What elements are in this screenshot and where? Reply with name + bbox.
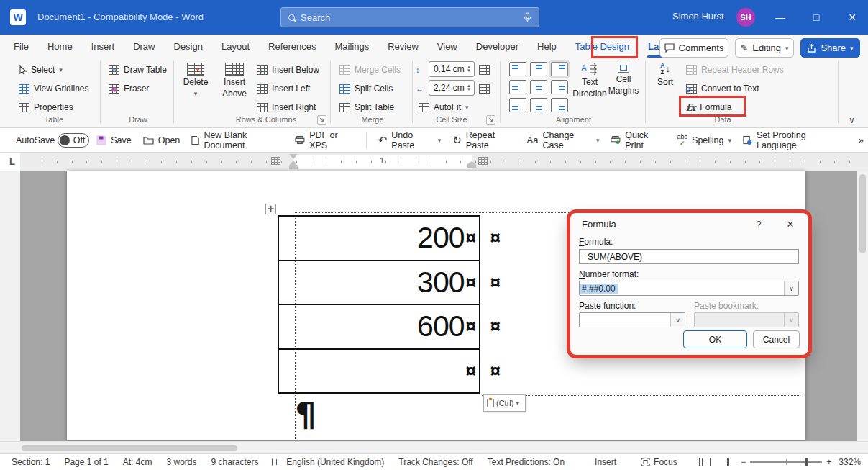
row-height-input[interactable]: 0.14 cm ▲▼	[429, 61, 475, 77]
align-top-left-button[interactable]	[509, 62, 526, 76]
vertical-scrollbar[interactable]	[857, 171, 868, 441]
table-row[interactable]: 200 ¤ ¤	[279, 217, 479, 261]
status-insert-mode[interactable]: Insert	[588, 457, 623, 467]
rows-columns-dialog-launcher[interactable]: ↘	[317, 115, 326, 125]
align-bottom-center-button[interactable]	[530, 98, 547, 112]
change-case-button[interactable]: Aa Change Case ▾	[523, 127, 604, 153]
tab-file[interactable]: File	[4, 35, 38, 58]
zoom-in-button[interactable]: +	[826, 457, 831, 467]
document-table[interactable]: 200 ¤ ¤ 300 ¤ ¤ 600 ¤ ¤ ¤ ¤	[278, 215, 480, 394]
paste-function-combo[interactable]: ∨	[579, 312, 685, 327]
chevron-down-icon[interactable]: ∨	[784, 281, 798, 295]
tab-insert[interactable]: Insert	[82, 35, 124, 58]
cell-margins-button[interactable]: Cell Margins	[606, 63, 641, 96]
insert-left-button[interactable]: ← Insert Left	[254, 80, 313, 97]
delete-button[interactable]: ✕ Delete ▾	[178, 63, 213, 99]
table-column-marker[interactable]	[271, 157, 280, 165]
zoom-slider[interactable]	[750, 461, 822, 463]
spelling-button[interactable]: abc✓ Spelling ▾	[673, 131, 736, 150]
web-layout-button[interactable]	[727, 458, 729, 466]
table-move-handle[interactable]: ✛	[265, 204, 276, 214]
tab-home[interactable]: Home	[38, 35, 82, 58]
split-cells-button[interactable]: Split Cells	[337, 80, 396, 97]
spinner-arrows[interactable]: ▲▼	[467, 65, 471, 73]
focus-mode-button[interactable]: Focus	[634, 457, 685, 467]
distribute-columns-button[interactable]	[479, 80, 490, 97]
word-logo-icon[interactable]: W	[10, 9, 26, 25]
spinner-arrows[interactable]: ▲▼	[467, 84, 471, 91]
left-indent-marker[interactable]	[289, 166, 298, 169]
tab-references[interactable]: References	[259, 35, 325, 58]
dialog-help-button[interactable]: ?	[751, 217, 766, 230]
insert-above-button[interactable]: ↑ Insert Above	[218, 63, 251, 99]
account-name[interactable]: Simon Hurst	[672, 11, 724, 22]
new-blank-document-button[interactable]: New Blank Document	[187, 127, 288, 153]
comments-button[interactable]: Comments	[659, 38, 728, 58]
properties-button[interactable]: Properties	[16, 99, 76, 116]
view-gridlines-button[interactable]: View Gridlines	[16, 80, 91, 97]
status-language[interactable]: English (United Kingdom)	[279, 457, 391, 467]
align-top-right-button[interactable]	[551, 62, 568, 76]
cancel-button[interactable]: Cancel	[753, 330, 800, 348]
number-format-combo[interactable]: #,##0.00 ∨	[579, 281, 799, 296]
paste-options-button[interactable]: (Ctrl) ▾	[483, 394, 526, 412]
tab-stop-selector[interactable]: L	[6, 154, 19, 168]
align-bottom-left-button[interactable]	[509, 98, 526, 112]
scrollbar-thumb[interactable]	[859, 174, 866, 253]
align-center-left-button[interactable]	[509, 80, 526, 94]
horizontal-scrollbar[interactable]	[0, 441, 868, 453]
table-column-marker[interactable]	[478, 157, 488, 165]
insert-right-button[interactable]: → Insert Right	[254, 99, 319, 116]
status-track-changes[interactable]: Track Changes: Off	[391, 457, 480, 467]
first-line-indent-marker[interactable]	[289, 154, 298, 159]
zoom-slider-thumb[interactable]	[805, 458, 808, 466]
insert-below-button[interactable]: ↓ Insert Below	[254, 61, 322, 78]
sort-button[interactable]: AZ↓ Sort	[652, 63, 679, 87]
minimize-button[interactable]: —	[764, 0, 796, 35]
search-input[interactable]: Search	[280, 7, 539, 27]
tab-draw[interactable]: Draw	[124, 35, 164, 58]
convert-to-text-button[interactable]: ↺ Convert to Text	[683, 80, 762, 97]
eraser-button[interactable]: ◆ Eraser	[106, 80, 152, 97]
dialog-close-button[interactable]: ✕	[783, 217, 798, 230]
status-section[interactable]: Section: 1	[0, 457, 57, 467]
align-bottom-right-button[interactable]	[551, 98, 568, 112]
editing-button[interactable]: ✎ Editing ▾	[735, 38, 794, 58]
tab-layout[interactable]: Layout	[212, 35, 259, 58]
draw-table-button[interactable]: ✎ Draw Table	[106, 61, 170, 78]
table-row[interactable]: 300 ¤ ¤	[279, 261, 479, 306]
status-word-count[interactable]: 3 words	[159, 457, 204, 467]
repeat-paste-button[interactable]: ↻ Repeat Paste	[448, 127, 519, 153]
share-button[interactable]: Share ▾	[800, 38, 860, 58]
zoom-level[interactable]: 332%	[831, 457, 868, 467]
pdf-or-xps-button[interactable]: PDF or XPS	[291, 127, 359, 153]
tab-help[interactable]: Help	[528, 35, 566, 58]
align-center-button[interactable]	[530, 80, 547, 94]
autosave-toggle[interactable]: Off	[58, 133, 89, 148]
undo-paste-button[interactable]: ↶ Undo Paste ▾	[374, 127, 445, 153]
tab-review[interactable]: Review	[378, 35, 428, 58]
autofit-button[interactable]: AutoFit▾	[416, 99, 472, 116]
qat-overflow-button[interactable]: »	[854, 132, 868, 148]
status-page[interactable]: Page 1 of 1	[57, 457, 115, 467]
table-row[interactable]: 600 ¤ ¤	[279, 305, 479, 350]
set-proofing-language-button[interactable]: Set Proofing Language	[739, 127, 846, 153]
align-top-center-button[interactable]	[530, 62, 547, 76]
quick-print-button[interactable]: Quick Print	[606, 127, 670, 153]
collapse-ribbon-button[interactable]: ∨	[846, 112, 858, 129]
close-button[interactable]: ✕	[836, 0, 868, 35]
save-button[interactable]: Save	[92, 132, 136, 148]
open-button[interactable]: Open	[139, 132, 185, 148]
column-width-input[interactable]: 2.24 cm ▲▼	[429, 80, 475, 96]
cell-size-dialog-launcher[interactable]: ↘	[486, 115, 495, 125]
maximize-button[interactable]: □	[800, 0, 832, 35]
print-layout-button[interactable]	[710, 458, 712, 466]
distribute-rows-button[interactable]	[479, 61, 490, 78]
microphone-icon[interactable]	[524, 12, 531, 23]
select-button[interactable]: Select▾	[16, 61, 65, 78]
split-table-button[interactable]: Split Table	[337, 99, 397, 116]
formula-input[interactable]	[579, 249, 799, 264]
tab-developer[interactable]: Developer	[467, 35, 528, 58]
text-direction-button[interactable]: A Text Direction	[573, 63, 606, 99]
chevron-down-icon[interactable]: ∨	[670, 313, 685, 327]
